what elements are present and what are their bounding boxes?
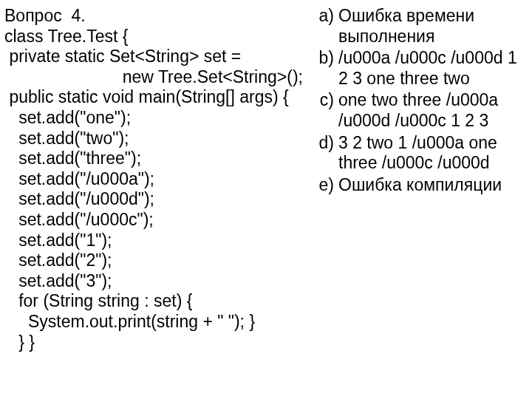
code-line: class Tree.Test { [4, 27, 315, 47]
answer-marker: a) [318, 6, 338, 27]
answer-option: d) 3 2 two 1 /u000a one three /u000c /u0… [318, 133, 528, 174]
code-line: set.add("/u000a"); [4, 169, 315, 190]
answer-option: b) /u000a /u000c /u000d 1 2 3 one three … [318, 48, 528, 89]
answers-list: a) Ошибка времени выполнения b) /u000a /… [318, 6, 528, 195]
code-line: set.add("2"); [4, 250, 315, 271]
code-line: set.add("one"); [4, 108, 315, 129]
answer-text: one two three /u000a /u000d /u000c 1 2 3 [338, 90, 528, 131]
code-line: set.add("/u000c"); [4, 210, 315, 231]
answers-column: a) Ошибка времени выполнения b) /u000a /… [315, 6, 528, 393]
question-title: Вопрос 4. [4, 6, 315, 27]
code-line: set.add("1"); [4, 231, 315, 251]
answer-option: e) Ошибка компиляции [318, 175, 528, 196]
code-line: set.add("two"); [4, 129, 315, 149]
code-line: set.add("/u000d"); [4, 189, 315, 210]
answer-text: 3 2 two 1 /u000a one three /u000c /u000d [338, 133, 528, 174]
answer-marker: d) [318, 133, 338, 154]
answer-option: c) one two three /u000a /u000d /u000c 1 … [318, 90, 528, 131]
code-line: private static Set<String> set = [4, 47, 315, 67]
answer-marker: e) [318, 175, 338, 196]
answer-text: /u000a /u000c /u000d 1 2 3 one three two [338, 48, 528, 89]
answer-marker: b) [318, 48, 338, 69]
answer-option: a) Ошибка времени выполнения [318, 6, 528, 47]
answer-text: Ошибка времени выполнения [338, 6, 528, 47]
question-column: Вопрос 4. class Tree.Test { private stat… [4, 6, 315, 393]
code-line: public static void main(String[] args) { [4, 87, 315, 108]
answer-text: Ошибка компиляции [338, 175, 528, 196]
answer-marker: c) [318, 90, 338, 111]
code-line: } } [4, 332, 315, 353]
code-line: set.add("three"); [4, 149, 315, 169]
code-line: System.out.print(string + " "); } [4, 312, 315, 332]
code-line: new Tree.Set<String>(); [4, 67, 315, 88]
code-line: for (String string : set) { [4, 291, 315, 312]
code-line: set.add("3"); [4, 271, 315, 292]
